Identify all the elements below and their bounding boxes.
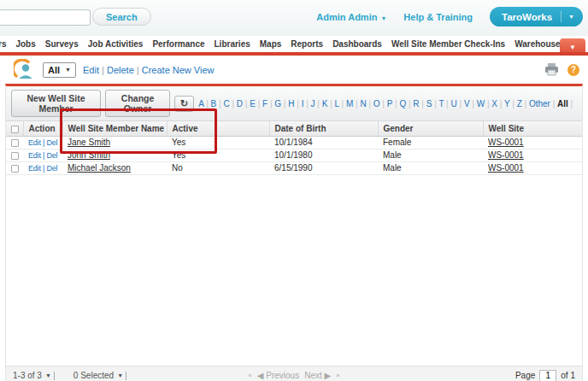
alpha-filter-h[interactable]: H bbox=[288, 99, 301, 108]
user-menu[interactable]: Admin Admin▼ bbox=[316, 12, 386, 22]
alpha-filter-b[interactable]: B bbox=[211, 99, 224, 108]
alpha-filter-c[interactable]: C bbox=[223, 99, 236, 108]
alpha-filter-t[interactable]: T bbox=[438, 99, 450, 108]
view-links: Edit Delete Create New View bbox=[83, 65, 215, 75]
dob-value: 10/1/1984 bbox=[269, 136, 378, 149]
column-header-gender[interactable]: Gender bbox=[378, 121, 483, 136]
well-site-link[interactable]: WS-0001 bbox=[488, 163, 524, 173]
alpha-filter-u[interactable]: U bbox=[450, 99, 463, 108]
alpha-filter-x[interactable]: X bbox=[491, 99, 504, 108]
alpha-filter-e[interactable]: E bbox=[250, 99, 262, 108]
edit-view-link[interactable]: Edit bbox=[83, 65, 107, 75]
alpha-filter-g[interactable]: G bbox=[274, 99, 288, 108]
tab-rs[interactable]: rs bbox=[0, 39, 6, 49]
button-divider bbox=[561, 11, 562, 22]
tab-surveys[interactable]: Surveys bbox=[45, 39, 79, 49]
alpha-filter-m[interactable]: M bbox=[346, 99, 361, 108]
row-checkbox[interactable] bbox=[11, 139, 19, 147]
print-icon[interactable] bbox=[544, 63, 559, 76]
alpha-filter-q[interactable]: Q bbox=[399, 99, 413, 108]
view-row-icons: ? bbox=[544, 63, 579, 76]
tab-well-site-member-check-ins[interactable]: Well Site Member Check-Ins bbox=[391, 39, 505, 49]
table-row: Edit | Del Jane Smith Yes 10/1/1984 Fema… bbox=[6, 136, 582, 149]
header-right: Admin Admin▼ Help & Training TaroWorks ▼ bbox=[316, 7, 583, 26]
alpha-filter-l[interactable]: L bbox=[335, 99, 346, 108]
last-page-button[interactable]: » bbox=[336, 372, 339, 379]
column-header-action[interactable]: Action bbox=[23, 121, 62, 136]
empty-list-area bbox=[6, 174, 582, 366]
column-header-well-site[interactable]: Well Site bbox=[483, 121, 582, 136]
gender-value: Male bbox=[378, 161, 483, 174]
select-all-checkbox[interactable] bbox=[11, 126, 19, 133]
member-name-link[interactable]: John Smith bbox=[68, 150, 110, 160]
previous-page-button[interactable]: ◀ Previous bbox=[257, 371, 299, 380]
page-total: of 1 bbox=[561, 371, 575, 380]
member-name-link[interactable]: Michael Jackson bbox=[68, 163, 131, 173]
row-actions[interactable]: Edit | Del bbox=[23, 161, 62, 174]
delete-view-link[interactable]: Delete bbox=[107, 65, 142, 75]
alpha-filter-all[interactable]: All bbox=[557, 99, 575, 108]
gender-value: Male bbox=[378, 149, 483, 161]
alpha-filter-j[interactable]: J bbox=[311, 99, 322, 108]
member-name-link[interactable]: Jane Smith bbox=[68, 138, 110, 147]
help-training-link[interactable]: Help & Training bbox=[403, 12, 473, 22]
column-header-dob[interactable]: Date of Birth bbox=[269, 121, 378, 136]
help-icon[interactable]: ? bbox=[567, 64, 579, 76]
next-page-button[interactable]: Next ▶ bbox=[304, 371, 331, 380]
alpha-filter-s[interactable]: S bbox=[426, 99, 439, 108]
alpha-filter-r[interactable]: R bbox=[413, 99, 426, 108]
first-page-button[interactable]: « bbox=[248, 372, 251, 379]
tab-performance[interactable]: Performance bbox=[152, 39, 204, 49]
view-select[interactable]: All ▼ bbox=[43, 62, 76, 78]
pagination: « ◀ Previous Next ▶ » bbox=[248, 371, 339, 380]
alpha-filter-i[interactable]: I bbox=[302, 99, 311, 108]
list-footer: 1-3 of 3 ▼ 0 Selected ▼ « ◀ Previous Nex… bbox=[6, 366, 582, 381]
select-all-header bbox=[6, 121, 23, 136]
create-new-view-link[interactable]: Create New View bbox=[142, 65, 215, 75]
alpha-filter-k[interactable]: K bbox=[322, 99, 335, 108]
alpha-filter-z[interactable]: Z bbox=[517, 99, 529, 108]
top-header: Search Admin Admin▼ Help & Training Taro… bbox=[0, 0, 588, 36]
change-owner-button[interactable]: Change Owner bbox=[105, 90, 170, 117]
column-header-name[interactable]: Well Site Member Name▲ bbox=[62, 121, 167, 136]
alpha-filter-other[interactable]: Other bbox=[529, 99, 557, 108]
alpha-filter-p[interactable]: P bbox=[387, 99, 400, 108]
tab-overflow-dropdown[interactable]: ▼ bbox=[560, 38, 585, 56]
alpha-filter-v[interactable]: V bbox=[464, 99, 477, 108]
dob-value: 6/15/1990 bbox=[269, 161, 378, 174]
well-site-member-table: Action Well Site Member Name▲ Active Dat… bbox=[6, 121, 582, 366]
record-range-select[interactable]: 1-3 of 3 ▼ bbox=[13, 371, 55, 380]
tab-libraries[interactable]: Libraries bbox=[215, 39, 250, 49]
search-button[interactable]: Search bbox=[92, 8, 151, 26]
row-checkbox[interactable] bbox=[11, 165, 19, 173]
tab-warehouses[interactable]: Warehouses bbox=[514, 39, 565, 49]
alpha-filter-f[interactable]: F bbox=[262, 99, 274, 108]
row-actions[interactable]: Edit | Del bbox=[23, 149, 62, 161]
column-header-active[interactable]: Active bbox=[167, 121, 269, 136]
tab-bar-tabs: rsJobsSurveysJob ActivitiesPerformanceLi… bbox=[0, 39, 579, 49]
page-number-input[interactable] bbox=[539, 370, 556, 381]
tab-dashboards[interactable]: Dashboards bbox=[332, 39, 382, 49]
app-menu-button[interactable]: TaroWorks ▼ bbox=[490, 7, 583, 26]
tab-jobs[interactable]: Jobs bbox=[15, 39, 35, 49]
chevron-down-icon: ▼ bbox=[45, 372, 51, 378]
alpha-filter-o[interactable]: O bbox=[373, 99, 387, 108]
alpha-filter-w[interactable]: W bbox=[477, 99, 492, 108]
alpha-filter-n[interactable]: N bbox=[360, 99, 373, 108]
tab-reports[interactable]: Reports bbox=[291, 39, 323, 49]
well-site-link[interactable]: WS-0001 bbox=[488, 138, 524, 147]
selected-count-select[interactable]: 0 Selected ▼ bbox=[74, 371, 126, 380]
alpha-filter-d[interactable]: D bbox=[237, 99, 250, 108]
alpha-filter-y[interactable]: Y bbox=[504, 99, 517, 108]
alpha-filter-a[interactable]: A bbox=[198, 99, 210, 108]
table-row: Edit | Del Michael Jackson No 6/15/1990 … bbox=[6, 161, 582, 174]
tab-job-activities[interactable]: Job Activities bbox=[88, 39, 144, 49]
row-checkbox[interactable] bbox=[11, 152, 19, 160]
new-well-site-member-button[interactable]: New Well Site Member bbox=[11, 90, 101, 117]
chevron-down-icon: ▼ bbox=[65, 67, 71, 73]
row-actions[interactable]: Edit | Del bbox=[23, 136, 62, 149]
tab-maps[interactable]: Maps bbox=[260, 39, 282, 49]
well-site-link[interactable]: WS-0001 bbox=[488, 150, 524, 160]
search-input[interactable] bbox=[0, 9, 91, 26]
refresh-button[interactable]: ↻ bbox=[174, 96, 194, 112]
